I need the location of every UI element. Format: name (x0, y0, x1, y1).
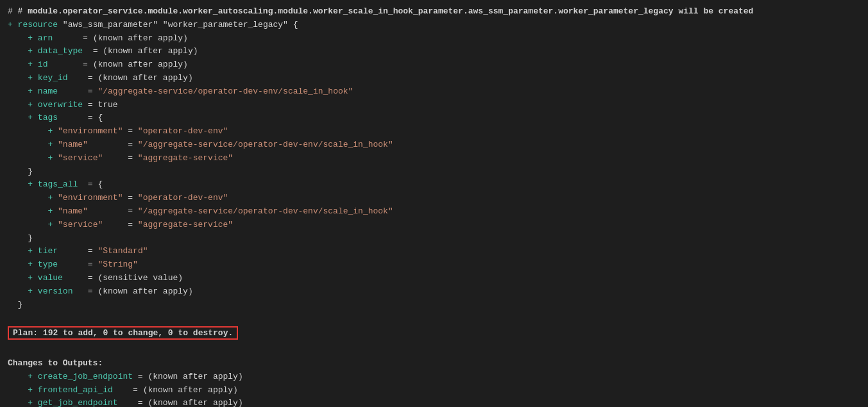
plus-value: + (28, 273, 38, 283)
tags-all-name-key: "name" (58, 206, 88, 216)
key-id-line: + key_id = (known after apply) (8, 72, 860, 85)
id-value: (known after apply) (93, 60, 188, 69)
changes-outputs-header: Changes to Outputs: (8, 357, 860, 370)
data-type-line: + data_type = (known after apply) (8, 45, 860, 58)
tags-env-line: + "environment" = "operator-dev-env" (8, 125, 860, 138)
plus-frontend-api: + (28, 385, 38, 395)
plus-id: + (28, 60, 38, 69)
name-key: name (38, 87, 58, 96)
tags-name-value: "/aggregate-service/operator-dev-env/sca… (138, 140, 393, 149)
tags-service-key: "service" (58, 153, 103, 163)
arn-value: (known after apply) (93, 33, 188, 43)
get-job-value: (known after apply) (148, 398, 243, 407)
tags-env-value: "operator-dev-env" (138, 126, 228, 136)
plus-tags: + (28, 113, 38, 122)
plus-tags-env: + (47, 126, 58, 136)
plan-label: Plan: (13, 328, 38, 338)
tags-all-name-line: + "name" = "/aggregate-service/operator-… (8, 205, 860, 219)
type-line: + type = "String" (8, 258, 860, 272)
create-job-endpoint-line: + create_job_endpoint = (known after app… (8, 370, 860, 384)
create-job-value: (known after apply) (148, 372, 243, 381)
tags-env-key: "environment" (58, 126, 123, 136)
tier-value: "Standard" (98, 246, 148, 256)
plus-tags-all: + (28, 179, 38, 189)
overwrite-key: overwrite (38, 100, 83, 110)
comment-hash: # (8, 6, 18, 16)
plus-tags-all-env: + (47, 193, 58, 203)
plus-get-job: + (28, 398, 38, 407)
tags-name-key: "name" (58, 140, 88, 149)
arn-key: arn (38, 33, 53, 43)
plus-icon: + (8, 20, 18, 29)
terminal-output: # # module.operator_service.module.worke… (0, 0, 868, 407)
tags-all-env-key: "environment" (58, 193, 123, 203)
blank-line-1 (8, 311, 860, 325)
frontend-api-value: (known after apply) (143, 385, 238, 395)
tags-all-service-line: + "service" = "aggregate-service" (8, 219, 860, 232)
frontend-api-key: frontend_api_id (38, 385, 113, 395)
plus-key-id: + (28, 73, 38, 83)
tags-service-line: + "service" = "aggregate-service" (8, 152, 860, 165)
value-value: (sensitive value) (98, 273, 183, 283)
tags-key: tags (38, 113, 58, 122)
resource-open-line: + resource "aws_ssm_parameter" "worker_p… (8, 19, 860, 32)
plus-overwrite: + (28, 100, 38, 110)
name-line: + name = "/aggregate-service/operator-de… (8, 85, 860, 99)
arn-line: + arn = (known after apply) (8, 32, 860, 46)
tags-all-close-line: } (8, 232, 860, 245)
plus-tags-all-service: + (47, 220, 58, 229)
blank-line-2 (8, 341, 860, 354)
tier-key: tier (38, 246, 58, 256)
value-key: value (38, 273, 63, 283)
version-line: + version = (known after apply) (8, 285, 860, 299)
plus-arn: + (28, 33, 38, 43)
tags-service-value: "aggregate-service" (138, 153, 233, 163)
plus-tags-service: + (47, 153, 58, 163)
tags-all-service-value: "aggregate-service" (138, 220, 233, 229)
get-job-key: get_job_endpoint (38, 398, 118, 407)
data-type-value: (known after apply) (103, 46, 198, 56)
key-id-value: (known after apply) (98, 73, 192, 83)
key-id-key: key_id (38, 73, 68, 83)
tags-all-key: tags_all (38, 179, 78, 189)
tags-all-name-value: "/aggregate-service/operator-dev-env/sca… (138, 206, 393, 216)
plus-type: + (28, 260, 38, 269)
plus-tier: + (28, 246, 38, 256)
overwrite-line: + overwrite = true (8, 99, 860, 112)
value-line: + value = (sensitive value) (8, 272, 860, 285)
tags-name-line: + "name" = "/aggregate-service/operator-… (8, 138, 860, 152)
plus-tags-name: + (47, 140, 58, 149)
tags-all-env-line: + "environment" = "operator-dev-env" (8, 192, 860, 205)
version-value: (known after apply) (98, 287, 192, 296)
id-line: + id = (known after apply) (8, 58, 860, 72)
get-job-endpoint-line: + get_job_endpoint = (known after apply) (8, 397, 860, 407)
id-key: id (38, 60, 48, 69)
tags-open-line: + tags = { (8, 112, 860, 125)
comment-line: # # module.operator_service.module.worke… (8, 5, 860, 19)
plus-create-job: + (28, 372, 38, 381)
tier-line: + tier = "Standard" (8, 245, 860, 258)
resource-name: "aws_ssm_parameter" "worker_parameter_le… (58, 20, 298, 29)
tags-all-service-key: "service" (58, 220, 103, 229)
plus-version: + (28, 287, 38, 296)
tags-all-env-value: "operator-dev-env" (138, 193, 228, 203)
frontend-api-id-line: + frontend_api_id = (known after apply) (8, 384, 860, 397)
tags-all-open-line: + tags_all = { (8, 178, 860, 192)
plan-details: 192 to add, 0 to change, 0 to destroy. (43, 328, 233, 338)
type-key: type (38, 260, 58, 269)
type-value: "String" (98, 260, 137, 269)
overwrite-value: true (98, 100, 117, 110)
version-key: version (38, 287, 73, 296)
plus-name: + (28, 87, 38, 96)
module-path: # module.operator_service.module.worker_… (18, 6, 754, 16)
tags-close-line: } (8, 165, 860, 179)
resource-keyword: resource (18, 20, 58, 29)
plus-tags-all-name: + (47, 206, 58, 216)
resource-close-line: } (8, 299, 860, 312)
data-type-key: data_type (38, 46, 83, 56)
create-job-key: create_job_endpoint (38, 372, 133, 381)
plus-data-type: + (28, 46, 38, 56)
name-value: "/aggregate-service/operator-dev-env/sca… (98, 87, 353, 96)
plan-summary-box: Plan: 192 to add, 0 to change, 0 to dest… (8, 326, 238, 340)
